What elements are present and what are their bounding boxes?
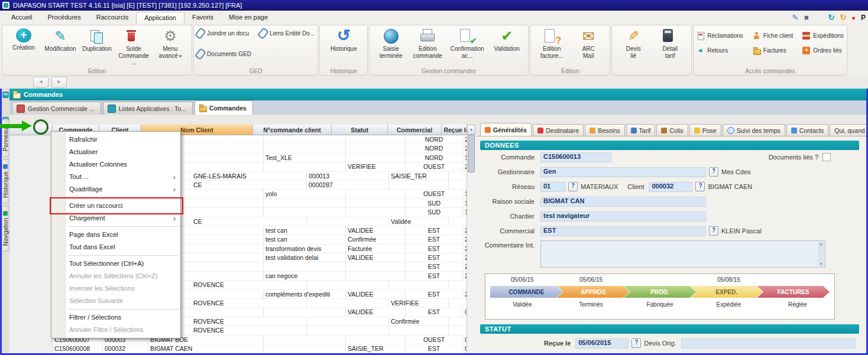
cell-num-commande	[264, 144, 346, 153]
chantier-field[interactable]: test navigateur	[540, 211, 706, 222]
recue-le-field[interactable]: 05/06/2015	[575, 338, 629, 349]
alert-dot-icon[interactable]	[851, 14, 856, 22]
liens-entite-button[interactable]: Liens Entité Do...	[260, 28, 315, 39]
refresh-icon[interactable]	[828, 14, 835, 22]
menu-tab-accueil[interactable]: Accueil	[4, 12, 40, 24]
detail-tab-g-n-ralit-s[interactable]: Généralités	[480, 123, 532, 136]
validation-button[interactable]: Validation	[488, 27, 525, 53]
edit-pencil-icon[interactable]	[792, 14, 798, 22]
detail-tab-contacts[interactable]: Contacts	[786, 124, 828, 136]
menu-item-tout-dans-excel[interactable]: Tout dans Excel	[51, 241, 180, 253]
creation-button[interactable]: Création	[5, 27, 42, 51]
cell-commercial: EST	[406, 235, 463, 244]
solde-commande-button[interactable]: Solde Commande ...	[115, 27, 152, 66]
row-selector	[9, 135, 53, 144]
menu-item-tout[interactable]: Tout ...›	[51, 171, 180, 183]
detail-tab-qui-quand[interactable]: Qui, quand ?	[830, 124, 868, 136]
devis-lie-button[interactable]: Devis lié	[615, 27, 652, 59]
devis-orig-field[interactable]	[681, 338, 856, 349]
client-field[interactable]: 000032	[649, 182, 692, 192]
tab-commandes[interactable]: Commandes	[195, 100, 253, 115]
lookup-question-button[interactable]: ?	[568, 182, 578, 191]
edition-facture-button[interactable]: Edition facture...	[533, 27, 570, 59]
scroll-up-icon[interactable]: ▲	[467, 125, 475, 135]
expeditions-button[interactable]: Expéditions	[802, 30, 844, 41]
sidebar-tab-historique[interactable]: Historique	[2, 159, 9, 203]
detail-tab-pose[interactable]: Pose	[689, 124, 721, 136]
lookup-question-button[interactable]: ?	[709, 167, 718, 177]
retours-button[interactable]: Retours	[697, 45, 743, 56]
modification-button[interactable]: Modification	[42, 27, 79, 53]
detail-tab-tarif[interactable]: Tarif	[626, 124, 656, 136]
reclamations-button[interactable]: Réclamations	[697, 30, 743, 41]
menu-item-filtrer-s-lections[interactable]: Filtrer / Sélections	[51, 311, 180, 324]
lookup-question-button[interactable]: ?	[631, 338, 641, 348]
detail-tab-besoins[interactable]: Besoins	[585, 124, 624, 136]
menu-item-tout-s-lectionner-ctrl-a[interactable]: Tout Sélectionner (Ctrl+A)	[51, 258, 180, 270]
sync-icon[interactable]	[840, 14, 846, 22]
detail-tab-destinataire[interactable]: Destinataire	[533, 124, 584, 136]
documents-ged-button[interactable]: Documents GED	[197, 48, 251, 60]
menu-tab-favoris[interactable]: Favoris	[184, 12, 221, 24]
reseau-field[interactable]: 01	[540, 182, 565, 192]
column-header-commercial[interactable]: Commercial	[388, 125, 442, 135]
scrollbar-thumb[interactable]	[468, 135, 475, 172]
arc-mail-button[interactable]: ARC Mail	[570, 27, 607, 59]
edition-commande-button[interactable]: Edition commande	[409, 27, 446, 59]
menu-item-page-dans-excel[interactable]: Page dans Excel	[51, 229, 180, 241]
menu-tab-raccourcis[interactable]: Raccourcis	[89, 12, 136, 24]
forward-button[interactable]	[51, 77, 67, 88]
column-header-statut[interactable]: Statut	[332, 125, 388, 135]
detail-tab-colis[interactable]: Colis	[656, 124, 688, 136]
factures-button[interactable]: Factures	[753, 45, 793, 56]
joindre-docu-button[interactable]: Joindre un docu	[197, 28, 251, 39]
documents-lies-checkbox[interactable]	[822, 153, 831, 161]
column-header-num-commande-client[interactable]: N°commande client	[253, 125, 332, 135]
scroll-up-icon[interactable]: ▲	[820, 242, 823, 246]
menu-item-rafra-chir[interactable]: Rafraîchir	[51, 133, 180, 146]
confirmation-button[interactable]: Confirmation ac...	[446, 27, 488, 59]
menu-tab-application[interactable]: Application	[136, 12, 184, 24]
p-label[interactable]: P	[861, 14, 866, 22]
lookup-question-button[interactable]: ?	[709, 226, 718, 236]
scroll-down-icon[interactable]: ▼	[820, 262, 823, 266]
detail-tab-suivi-des-temps[interactable]: Suivi des temps	[723, 124, 785, 136]
cell-num-commande: 000013	[307, 172, 389, 181]
detail-tab-label: Colis	[669, 127, 683, 134]
grid-corner-cell[interactable]	[9, 125, 53, 135]
ordres-lies-button[interactable]: Ordres liés	[802, 45, 844, 56]
historique-button[interactable]: Historique	[323, 27, 364, 53]
vertical-scrollbar[interactable]: ▲	[467, 125, 475, 353]
sidebar-tab-panneaux[interactable]: Panneaux	[2, 119, 9, 157]
raison-sociale-field[interactable]: BIGMAT CAN	[540, 197, 706, 207]
menu-item-actualiser-colonnes[interactable]: Actualiser Colonnes	[51, 158, 180, 171]
menu-avance-button[interactable]: Menu avancé	[152, 27, 189, 59]
workflow-status: Expédiée	[694, 301, 763, 308]
workflow-dates: 05/06/1505/06/1505/08/15	[488, 276, 832, 283]
submenu-arrow-icon: ›	[173, 171, 176, 183]
saisie-terminee-button[interactable]: Saisie terminée	[373, 27, 409, 59]
lookup-question-button[interactable]: ?	[695, 182, 705, 191]
sidebar-tab-navigation[interactable]: Navigation	[2, 206, 9, 251]
menu-item-quadrillage[interactable]: Quadrillage›	[51, 183, 180, 196]
commercial-field[interactable]: EST	[540, 226, 706, 236]
mini-scrollbar[interactable]: ▲▼	[818, 242, 824, 266]
gestionnaire-field[interactable]: Gen	[540, 167, 706, 177]
duplication-button[interactable]: Duplication	[79, 27, 115, 53]
orange-plus-box-icon	[802, 47, 810, 54]
commentaire-textarea[interactable]: ▲▼	[540, 240, 825, 268]
fiche-client-button[interactable]: Fiche client	[753, 30, 793, 41]
menu-item-cr-er-un-raccourci[interactable]: Créer un raccourci	[51, 200, 180, 212]
tab-listes-applicatives[interactable]: Listes Applicatives : To...	[103, 102, 193, 115]
commande-field[interactable]: C150600013	[540, 152, 611, 162]
menu-tab-proc-dures[interactable]: Procédures	[40, 12, 88, 24]
menu-item-actualiser[interactable]: Actualiser	[51, 146, 180, 158]
menu-item-chargement[interactable]: Chargement›	[51, 212, 180, 224]
detail-tarif-button[interactable]: Détail tarif	[652, 27, 688, 59]
tab-gestion-commerciale[interactable]: Gestion Commerciale ...	[12, 102, 101, 115]
table-row[interactable]: C150600008000032BIGMAT CAENSAISIE_TEREST…	[9, 344, 475, 353]
close-x-icon[interactable]	[804, 14, 809, 22]
menu-tab-mise-en-page[interactable]: Mise en page	[221, 12, 276, 24]
back-button[interactable]	[33, 77, 48, 88]
panel-toggle-icon[interactable]	[2, 92, 9, 98]
